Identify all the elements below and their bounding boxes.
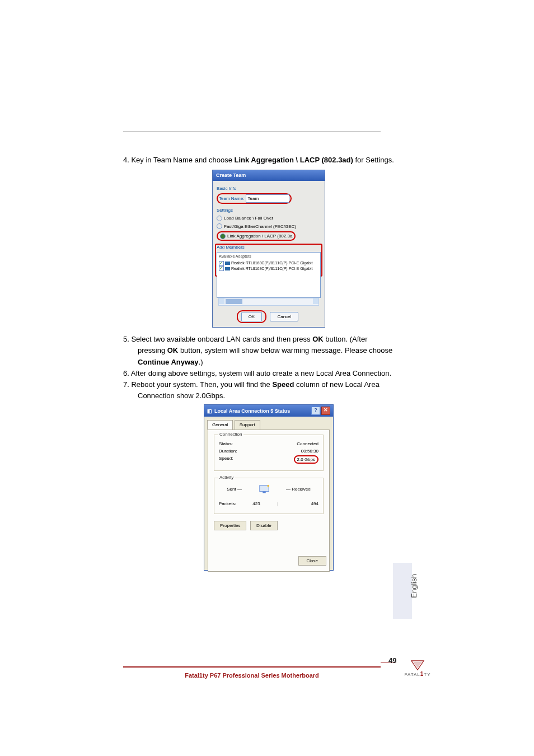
page-number: 49 — [388, 656, 396, 665]
fatal1ty-icon — [410, 660, 425, 671]
radio-lacp[interactable]: Link Aggregation \ LACP (802.3a — [217, 231, 321, 241]
activity-legend: Activity — [218, 474, 235, 480]
radio-load-balance[interactable]: Load Balance \ Fail Over — [217, 215, 321, 221]
team-name-label: Team Name: — [219, 196, 244, 201]
step-7-line2: Connection show 2.0Gbps. — [138, 391, 414, 401]
status-window-icon: ◧ — [207, 408, 212, 415]
adapter-2-checkbox[interactable] — [219, 266, 224, 271]
status-title-bar: ◧ Local Area Connection 5 Status ? ✕ — [204, 405, 333, 417]
close-button[interactable]: Close — [298, 556, 326, 566]
footer-text: Fatal1ty P67 Professional Series Motherb… — [123, 672, 381, 679]
t: 5. Select two available onboard LAN card… — [123, 335, 312, 343]
status-tabs: General Support — [207, 419, 333, 429]
t: button. (After — [325, 335, 367, 343]
scroll-right-icon[interactable] — [313, 298, 318, 304]
duration-value: 00:58:30 — [301, 448, 318, 454]
properties-button[interactable]: Properties — [214, 521, 246, 530]
create-team-window: Create Team Basic Info Team Name: Team S… — [212, 170, 325, 328]
step-5-line3: Continue Anyway.) — [138, 357, 414, 367]
cancel-button[interactable]: Cancel — [270, 312, 298, 321]
close-icon[interactable]: ✕ — [321, 407, 330, 415]
brand-fatal: FATAL — [404, 672, 420, 677]
status-pane: Connection Status:Connected Duration:00:… — [208, 430, 330, 572]
packets-label: Packets: — [219, 501, 236, 507]
connection-group: Connection Status:Connected Duration:00:… — [214, 435, 324, 472]
brand-logo: FATAL1TY — [404, 660, 431, 677]
status-value: Connected — [297, 441, 318, 447]
t: button, system will show below warming m… — [180, 346, 392, 354]
help-icon[interactable]: ? — [311, 407, 320, 415]
speed-value: 2.0 Gbps — [297, 457, 315, 462]
radio3-text: Link Aggregation \ LACP (802.3a — [227, 234, 292, 239]
ok-highlight: OK — [237, 310, 267, 323]
scroll-left-icon[interactable] — [219, 298, 224, 304]
step4-bold: Link Aggregation \ LACP (802.3ad) — [235, 156, 353, 164]
language-label: English — [410, 574, 418, 598]
ok-button[interactable]: OK — [241, 312, 263, 321]
status-title-text: Local Area Connection 5 Status — [214, 408, 290, 415]
svg-point-2 — [267, 485, 269, 487]
scroll-thumb[interactable] — [226, 299, 242, 304]
lacp-highlight: Link Aggregation \ LACP (802.3a — [217, 231, 296, 241]
main-content: 4. Key in Team Name and choose Link Aggr… — [123, 154, 414, 571]
step-6: 6. After doing above settings, system wi… — [123, 368, 414, 379]
radio-fec-gec[interactable]: Fast/Giga EtherChannel (FEC/GEC) — [217, 223, 321, 230]
list-scrollbar[interactable] — [218, 298, 319, 306]
settings-label: Settings — [217, 207, 321, 213]
status-label: Status: — [219, 441, 233, 447]
adapters-list[interactable]: Available Adapters Realtek RTL8168C(P)/8… — [217, 252, 321, 298]
top-divider — [123, 132, 381, 132]
radio1-text: Load Balance \ Fail Over — [224, 216, 273, 221]
status-buttons: Properties Disable — [214, 521, 324, 530]
connection-legend: Connection — [218, 431, 243, 437]
network-activity-icon — [258, 484, 270, 495]
speed-label: Speed: — [219, 455, 233, 464]
speed-highlight: 2.0 Gbps — [294, 455, 318, 464]
create-team-title: Create Team — [213, 170, 325, 181]
adapter1-text: Realtek RTL8168C(P)/8111C(P) PCI-E Gigab… — [231, 261, 312, 265]
nic-icon — [225, 267, 230, 270]
radio2-text: Fast/Giga EtherChannel (FEC/GEC) — [224, 224, 296, 229]
t: .) — [199, 358, 203, 366]
basic-info-label: Basic Info — [217, 185, 321, 192]
speed-word: Speed — [272, 380, 294, 389]
tab-support[interactable]: Support — [235, 420, 260, 430]
ok-word-2: OK — [167, 346, 179, 354]
tab-general[interactable]: General — [207, 420, 233, 430]
duration-label: Duration: — [219, 448, 237, 454]
adapter-row-2[interactable]: Realtek RTL8168C(P)/8111C(P) PCI-E Gigab… — [217, 266, 320, 272]
step-5-line2: pressing OK button, system will show bel… — [138, 346, 414, 356]
svg-rect-1 — [263, 492, 265, 493]
nic-icon — [225, 262, 230, 265]
sent-label: Sent — [227, 487, 236, 492]
step-4: 4. Key in Team Name and choose Link Aggr… — [123, 155, 414, 165]
t: 7. Reboot your system. Then, you will fi… — [123, 380, 272, 389]
t: column of new Local Area — [296, 380, 380, 389]
status-window: ◧ Local Area Connection 5 Status ? ✕ Gen… — [204, 404, 334, 571]
available-adapters-header: Available Adapters — [217, 253, 320, 260]
step-5-line1: 5. Select two available onboard LAN card… — [123, 334, 414, 344]
step-7-line1: 7. Reboot your system. Then, you will fi… — [123, 380, 414, 390]
team-name-highlight: Team Name: Team — [217, 193, 292, 204]
packets-sent: 423 — [236, 501, 277, 507]
step4-suffix: for Settings. — [355, 156, 394, 164]
brand-ty: TY — [424, 672, 430, 677]
adapter2-text: Realtek RTL8168C(P)/8111C(P) PCI-E Gigab… — [231, 267, 312, 270]
received-label: Received — [292, 487, 310, 492]
step4-prefix: 4. Key in Team Name and choose — [123, 156, 235, 164]
packets-received: 494 — [278, 501, 318, 507]
continue-anyway: Continue Anyway — [138, 358, 199, 366]
t: pressing — [138, 346, 167, 354]
disable-button[interactable]: Disable — [250, 521, 278, 530]
activity-group: Activity Sent — — Received Packets: 423 … — [214, 478, 324, 514]
brand-word: FATAL1TY — [404, 671, 431, 677]
adapter-row-1[interactable]: Realtek RTL8168C(P)/8111C(P) PCI-E Gigab… — [217, 260, 320, 266]
ok-word-1: OK — [312, 335, 324, 343]
footer-divider — [123, 666, 381, 668]
team-name-input[interactable]: Team — [246, 194, 289, 203]
